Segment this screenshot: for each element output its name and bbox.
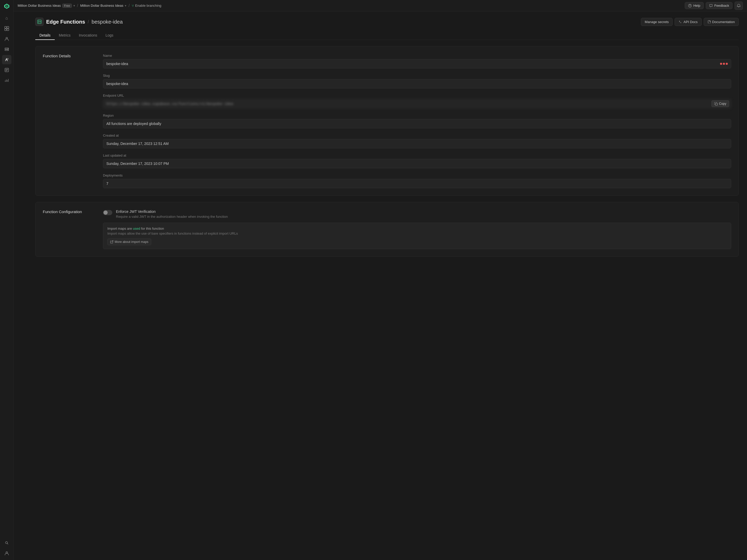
field-slug-label: Slug [103, 74, 731, 78]
field-endpoint-row: https://bespoke-idea.supabase.co/functio… [103, 99, 731, 108]
jwt-toggle-text-group: Enforce JWT Verification Require a valid… [116, 210, 228, 218]
sidebar-item-table-editor[interactable] [2, 24, 11, 33]
copy-endpoint-button[interactable]: Copy [712, 100, 729, 107]
topbar-right: Help Feedback [685, 2, 743, 10]
jwt-toggle-desc: Require a valid JWT in the authorization… [116, 215, 228, 218]
api-docs-label: API Docs [684, 20, 697, 24]
field-deployments: Deployments 7 [103, 174, 731, 188]
copy-icon [714, 102, 718, 106]
jwt-toggle[interactable] [103, 210, 112, 215]
page-breadcrumb-sep: / [88, 19, 89, 25]
tab-details[interactable]: Details [35, 31, 55, 40]
sidebar-item-search[interactable] [2, 538, 11, 548]
manage-secrets-label: Manage secrets [645, 20, 669, 24]
svg-point-14 [6, 552, 7, 553]
svg-rect-5 [5, 29, 6, 31]
page-title: Edge Functions [46, 19, 85, 25]
tab-logs[interactable]: Logs [101, 31, 118, 40]
field-name-input: bespoke-idea [103, 59, 731, 69]
topbar: Million Dollar Business Ideas Free ▾ / M… [14, 0, 747, 11]
red-dots-indicator [720, 63, 728, 65]
topbar-project2[interactable]: Million Dollar Business Ideas ▾ [80, 4, 126, 7]
tab-invocations[interactable]: Invocations [75, 31, 101, 40]
field-endpoint: Endpoint URL https://bespoke-idea.supaba… [103, 94, 731, 108]
page-header: Edge Functions / bespoke-idea Manage sec… [35, 18, 739, 26]
field-name-label: Name [103, 54, 731, 58]
sidebar: ⌂ [0, 0, 14, 560]
topbar-free-badge: Free [62, 4, 72, 8]
field-deployments-value: 7 [103, 179, 731, 188]
tab-metrics[interactable]: Metrics [55, 31, 75, 40]
topbar-sep-2: / [128, 3, 129, 8]
page-title-row: Edge Functions / bespoke-idea [35, 18, 123, 26]
import-maps-line2: Import maps allow the use of bare specif… [107, 232, 727, 235]
more-import-maps-label: More about import maps [114, 240, 148, 244]
field-slug: Slug bespoke-idea [103, 74, 731, 88]
svg-point-11 [8, 50, 8, 50]
field-region-label: Region [103, 113, 731, 117]
help-icon [688, 4, 692, 7]
documentation-icon [707, 20, 711, 23]
api-docs-button[interactable]: API Docs [675, 18, 701, 26]
more-about-import-maps-button[interactable]: More about import maps [107, 239, 151, 245]
section-label-col-details: Function Details [43, 54, 95, 188]
field-endpoint-label: Endpoint URL [103, 94, 731, 98]
topbar-project[interactable]: Million Dollar Business Ideas Free ▾ [18, 4, 75, 8]
help-button[interactable]: Help [685, 2, 704, 9]
bell-icon [737, 4, 741, 8]
sidebar-item-storage[interactable] [2, 45, 11, 54]
page-actions: Manage secrets API Docs Documentation [641, 18, 739, 26]
field-slug-value: bespoke-idea [103, 79, 731, 88]
copy-label: Copy [719, 102, 726, 106]
red-dot-2 [723, 63, 725, 65]
field-endpoint-value: https://bespoke-idea.supabase.co/functio… [103, 99, 731, 108]
page-sub-title: bespoke-idea [92, 19, 123, 25]
topbar-sep-1: / [77, 3, 78, 8]
edge-functions-icon [35, 18, 44, 26]
sidebar-item-reports[interactable] [2, 76, 11, 85]
section-content-details: Name bespoke-idea Slug bespoke-ide [103, 54, 731, 188]
section-label-details: Function Details [43, 54, 95, 58]
field-created-value: Sunday, December 17, 2023 12:51 AM [103, 139, 731, 148]
manage-secrets-button[interactable]: Manage secrets [641, 18, 673, 26]
topbar-project-name2: Million Dollar Business Ideas [80, 4, 123, 7]
sidebar-item-functions[interactable] [2, 55, 11, 64]
documentation-label: Documentation [712, 20, 735, 24]
jwt-toggle-label: Enforce JWT Verification [116, 210, 228, 214]
field-region: Region All functions are deployed global… [103, 113, 731, 128]
branch-label: Enable branching [135, 4, 161, 7]
topbar-project2-chevron[interactable]: ▾ [125, 4, 126, 7]
svg-rect-6 [7, 29, 9, 31]
documentation-button[interactable]: Documentation [704, 18, 739, 26]
field-updated-label: Last updated at [103, 154, 731, 157]
sidebar-item-home[interactable]: ⌂ [2, 14, 11, 23]
feedback-icon [709, 4, 713, 7]
field-name: Name bespoke-idea [103, 54, 731, 69]
field-created: Created at Sunday, December 17, 2023 12:… [103, 134, 731, 148]
section-content-config: Enforce JWT Verification Require a valid… [103, 210, 731, 249]
notifications-button[interactable] [735, 2, 743, 10]
field-deployments-label: Deployments [103, 174, 731, 177]
field-updated: Last updated at Sunday, December 17, 202… [103, 154, 731, 168]
section-label-config: Function Configuration [43, 210, 95, 214]
section-label-col-config: Function Configuration [43, 210, 95, 249]
field-created-label: Created at [103, 134, 731, 137]
red-dot-1 [720, 63, 722, 65]
import-maps-line1: Import maps are used for this function [107, 226, 727, 231]
sidebar-item-logs[interactable] [2, 65, 11, 75]
jwt-toggle-row: Enforce JWT Verification Require a valid… [103, 210, 731, 218]
feedback-button[interactable]: Feedback [706, 2, 732, 9]
topbar-branch[interactable]: ⑂ Enable branching [132, 4, 161, 8]
import-maps-box: Import maps are used for this function I… [103, 223, 731, 249]
svg-rect-3 [5, 26, 6, 28]
field-region-value: All functions are deployed globally [103, 119, 731, 128]
field-updated-value: Sunday, December 17, 2023 10:07 PM [103, 159, 731, 168]
sidebar-item-auth[interactable] [2, 34, 11, 44]
branch-icon: ⑂ [132, 4, 134, 8]
topbar-project-chevron[interactable]: ▾ [73, 4, 75, 7]
sidebar-item-account[interactable] [2, 549, 11, 558]
svg-point-7 [6, 37, 7, 39]
svg-rect-17 [715, 103, 717, 105]
app-logo[interactable] [3, 2, 11, 10]
svg-point-10 [8, 48, 8, 49]
